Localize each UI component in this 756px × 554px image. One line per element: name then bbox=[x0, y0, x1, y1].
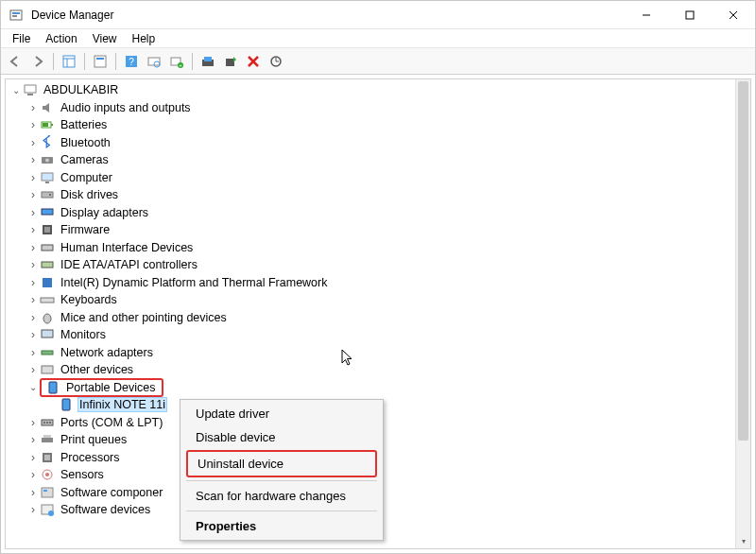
expand-icon[interactable] bbox=[26, 293, 40, 306]
tree-item-disk[interactable]: Disk drives bbox=[8, 186, 733, 204]
scroll-thumb[interactable] bbox=[738, 81, 748, 441]
help-button[interactable]: ? bbox=[121, 51, 142, 72]
svg-point-62 bbox=[48, 511, 54, 516]
expand-icon[interactable] bbox=[26, 118, 40, 131]
expand-icon[interactable] bbox=[26, 468, 40, 481]
ctx-properties[interactable]: Properties bbox=[180, 514, 383, 538]
svg-rect-48 bbox=[62, 399, 70, 410]
expand-icon[interactable] bbox=[26, 346, 40, 359]
svg-point-50 bbox=[43, 422, 45, 424]
forward-button[interactable] bbox=[27, 51, 48, 72]
scroll-down-button[interactable]: ▾ bbox=[736, 533, 750, 548]
tree-item-batteries[interactable]: Batteries bbox=[8, 116, 733, 134]
uninstall-button[interactable] bbox=[243, 51, 264, 72]
menu-view[interactable]: View bbox=[85, 30, 125, 47]
tree-item-mice[interactable]: Mice and other pointing devices bbox=[8, 309, 733, 327]
tree-item-portable[interactable]: Portable Devices bbox=[8, 379, 733, 397]
expand-icon[interactable] bbox=[26, 363, 40, 376]
svg-rect-41 bbox=[43, 278, 52, 287]
expand-icon[interactable] bbox=[26, 206, 40, 219]
close-button[interactable] bbox=[712, 1, 755, 28]
svg-rect-56 bbox=[44, 455, 50, 460]
svg-point-43 bbox=[43, 314, 51, 323]
highlight-annotation: Portable Devices bbox=[40, 378, 163, 397]
scan-hardware-button[interactable] bbox=[144, 51, 164, 72]
expand-icon[interactable] bbox=[26, 486, 40, 499]
svg-rect-26 bbox=[27, 94, 33, 95]
ctx-separator bbox=[186, 511, 377, 511]
tree-item-hid[interactable]: Human Interface Devices bbox=[8, 239, 733, 257]
tree-label: Human Interface Devices bbox=[59, 240, 195, 255]
monitor-icon bbox=[40, 170, 55, 185]
tree-item-bluetooth[interactable]: Bluetooth bbox=[8, 134, 733, 152]
expand-icon[interactable] bbox=[26, 188, 40, 201]
expand-icon[interactable] bbox=[9, 85, 23, 95]
update-driver-button[interactable] bbox=[198, 51, 218, 72]
svg-rect-21 bbox=[226, 59, 234, 66]
expand-icon[interactable] bbox=[26, 276, 40, 289]
firmware-icon bbox=[40, 222, 55, 237]
tree-label: IDE ATA/ATAPI controllers bbox=[59, 257, 199, 272]
ctx-disable-device[interactable]: Disable device bbox=[180, 425, 383, 449]
menu-file[interactable]: File bbox=[5, 30, 38, 47]
window-title: Device Manager bbox=[31, 9, 625, 22]
disk-icon bbox=[40, 187, 55, 202]
expand-icon[interactable] bbox=[26, 382, 40, 392]
tree-item-cameras[interactable]: Cameras bbox=[8, 151, 733, 169]
menu-help[interactable]: Help bbox=[125, 30, 163, 47]
expand-icon[interactable] bbox=[26, 416, 40, 429]
ctx-uninstall-device[interactable]: Uninstall device bbox=[188, 452, 375, 476]
tree-item-firmware[interactable]: Firmware bbox=[8, 221, 733, 239]
svg-text:+: + bbox=[179, 62, 182, 68]
tree-label: Software componer bbox=[59, 485, 164, 500]
ctx-update-driver[interactable]: Update driver bbox=[180, 402, 383, 425]
show-hide-tree-button[interactable] bbox=[59, 51, 79, 72]
audio-icon bbox=[40, 100, 55, 115]
svg-rect-39 bbox=[42, 245, 53, 251]
scan-button[interactable] bbox=[266, 51, 286, 72]
svg-rect-28 bbox=[51, 124, 53, 126]
tree-item-monitors[interactable]: Monitors bbox=[8, 326, 733, 344]
properties-button[interactable] bbox=[90, 51, 111, 72]
expand-icon[interactable] bbox=[26, 451, 40, 464]
tree-label: Infinix NOTE 11i bbox=[77, 397, 167, 412]
expand-icon[interactable] bbox=[26, 433, 40, 446]
ports-icon bbox=[40, 415, 55, 430]
tree-item-other[interactable]: Other devices bbox=[8, 361, 733, 379]
expand-icon[interactable] bbox=[26, 136, 40, 149]
printer-icon bbox=[40, 432, 55, 447]
expand-icon[interactable] bbox=[26, 258, 40, 271]
toolbar-separator bbox=[53, 53, 54, 70]
device-icon bbox=[59, 397, 74, 412]
menu-action[interactable]: Action bbox=[38, 30, 84, 47]
software-device-icon bbox=[40, 502, 55, 517]
tree-label: Batteries bbox=[59, 117, 109, 132]
expand-icon[interactable] bbox=[26, 223, 40, 236]
add-legacy-button[interactable]: + bbox=[166, 51, 187, 72]
expand-icon[interactable] bbox=[26, 311, 40, 324]
tree-item-audio[interactable]: Audio inputs and outputs bbox=[8, 99, 733, 117]
expand-icon[interactable] bbox=[26, 171, 40, 184]
ctx-scan-hardware[interactable]: Scan for hardware changes bbox=[180, 484, 383, 508]
mouse-cursor-icon bbox=[341, 349, 356, 368]
maximize-button[interactable] bbox=[668, 1, 712, 28]
expand-icon[interactable] bbox=[26, 328, 40, 341]
svg-rect-25 bbox=[25, 85, 36, 93]
expand-icon[interactable] bbox=[26, 241, 40, 254]
expand-icon[interactable] bbox=[26, 153, 40, 166]
back-button[interactable] bbox=[5, 51, 26, 72]
chip-icon bbox=[40, 275, 55, 290]
disable-button[interactable] bbox=[220, 51, 241, 72]
expand-icon[interactable] bbox=[26, 101, 40, 114]
minimize-button[interactable] bbox=[625, 1, 668, 28]
vertical-scrollbar[interactable]: ▴ ▾ bbox=[735, 79, 750, 548]
tree-item-computer[interactable]: Computer bbox=[8, 169, 733, 187]
tree-item-network[interactable]: Network adapters bbox=[8, 344, 733, 362]
tree-root[interactable]: ABDULKABIR bbox=[8, 81, 733, 99]
tree-item-intel[interactable]: Intel(R) Dynamic Platform and Thermal Fr… bbox=[8, 274, 733, 292]
expand-icon[interactable] bbox=[26, 503, 40, 516]
tree-item-display[interactable]: Display adapters bbox=[8, 204, 733, 222]
tree-item-keyboards[interactable]: Keyboards bbox=[8, 291, 733, 309]
svg-rect-38 bbox=[44, 227, 50, 233]
tree-item-ide[interactable]: IDE ATA/ATAPI controllers bbox=[8, 256, 733, 274]
